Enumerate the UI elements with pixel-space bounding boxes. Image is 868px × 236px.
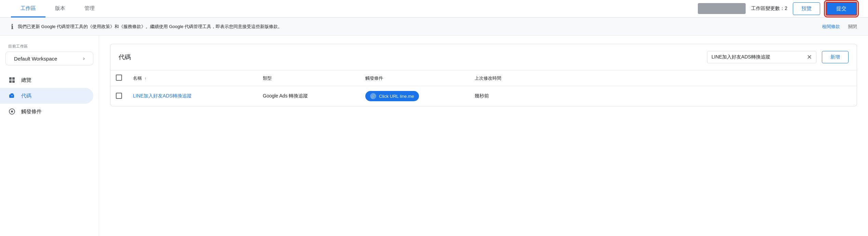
tag-icon [8,92,16,100]
row-checkbox[interactable] [116,93,122,99]
content-area: 代碼 LINE加入好友ADS轉換追蹤 ✕ 新增 [99,36,868,236]
preview-button[interactable]: 預覽 [793,2,820,15]
row-checkbox-cell [110,86,127,106]
sidebar-item-overview-label: 總覽 [21,77,31,83]
notification-actions: 檢閱條款 關閉 [822,24,857,30]
workspace-name: Default Workspace [14,56,57,62]
nav-right: 工作區變更數：2 預覽 提交 [698,2,857,16]
chevron-right-icon: › [83,55,85,62]
sidebar-item-tags-label: 代碼 [21,93,31,99]
top-nav: 工作區 版本 管理 工作區變更數：2 預覽 提交 [0,0,868,18]
svg-rect-4 [9,94,14,98]
trigger-badge[interactable]: 🔗 Click URL line.me [365,91,419,101]
sidebar-item-tags[interactable]: 代碼 [0,88,93,104]
sidebar-item-overview[interactable]: 總覽 [0,72,93,88]
search-value: LINE加入好友ADS轉換追蹤 [711,54,804,60]
select-all-header [110,70,127,86]
svg-rect-0 [9,77,12,80]
col-header-name[interactable]: 名稱 ↑ [127,70,257,86]
col-header-modified: 上次修改時間 [469,70,857,86]
search-clear-icon[interactable]: ✕ [807,53,812,61]
col-header-trigger: 觸發條件 [360,70,469,86]
tags-panel-title: 代碼 [119,53,131,61]
info-icon: ℹ [11,23,14,31]
sidebar-item-triggers-label: 觸發條件 [21,108,42,115]
close-notification-button[interactable]: 關閉 [848,24,857,30]
tag-modified-cell: 幾秒前 [469,86,857,106]
tag-type-cell: Google Ads 轉換追蹤 [257,86,360,106]
tab-admin[interactable]: 管理 [75,0,104,17]
search-bar[interactable]: LINE加入好友ADS轉換追蹤 ✕ [707,51,816,63]
notification-bar: ℹ 我們已更新 Google 代碼管理工具的《使用政策》和《服務條款》。繼續使用… [0,18,868,36]
tags-panel: 代碼 LINE加入好友ADS轉換追蹤 ✕ 新增 [110,44,857,106]
table-body: LINE加入好友ADS轉換追蹤 Google Ads 轉換追蹤 🔗 Click … [110,86,857,106]
tags-table: 名稱 ↑ 類型 觸發條件 上次修改時間 LINE加入好友A [110,70,857,106]
tab-workspace[interactable]: 工作區 [11,0,45,17]
svg-rect-2 [9,80,12,83]
sort-icon: ↑ [145,76,147,80]
overview-icon [8,76,16,84]
add-new-button[interactable]: 新增 [822,51,849,63]
workspace-changes-label: 工作區變更數：2 [751,5,787,12]
submit-button[interactable]: 提交 [826,2,857,16]
trigger-badge-label: Click URL line.me [379,94,414,99]
select-all-checkbox[interactable] [116,75,122,81]
trigger-icon [8,108,16,115]
tab-version[interactable]: 版本 [45,0,75,17]
svg-rect-5 [11,93,13,95]
svg-rect-6 [11,95,13,96]
link-icon: 🔗 [370,93,376,99]
tags-panel-header: 代碼 LINE加入好友ADS轉換追蹤 ✕ 新增 [110,44,857,70]
table-header: 名稱 ↑ 類型 觸發條件 上次修改時間 [110,70,857,86]
main-layout: 目前工作區 Default Workspace › 總覽 [0,36,868,236]
tag-name-cell: LINE加入好友ADS轉換追蹤 [127,86,257,106]
sidebar: 目前工作區 Default Workspace › 總覽 [0,36,99,236]
tag-name-link[interactable]: LINE加入好友ADS轉換追蹤 [133,93,192,99]
table-row: LINE加入好友ADS轉換追蹤 Google Ads 轉換追蹤 🔗 Click … [110,86,857,106]
notification-text: 我們已更新 Google 代碼管理工具的《使用政策》和《服務條款》。繼續使用 G… [18,24,818,30]
svg-rect-1 [12,77,15,80]
sidebar-item-triggers[interactable]: 觸發條件 [0,104,93,119]
workspace-indicator [698,3,746,14]
svg-point-8 [11,110,13,113]
sidebar-section-label: 目前工作區 [0,44,99,49]
review-terms-link[interactable]: 檢閱條款 [822,24,840,30]
workspace-selector[interactable]: Default Workspace › [5,52,93,65]
tag-trigger-cell: 🔗 Click URL line.me [360,86,469,106]
col-header-type: 類型 [257,70,360,86]
nav-tabs: 工作區 版本 管理 [11,0,104,17]
svg-rect-3 [12,80,15,83]
